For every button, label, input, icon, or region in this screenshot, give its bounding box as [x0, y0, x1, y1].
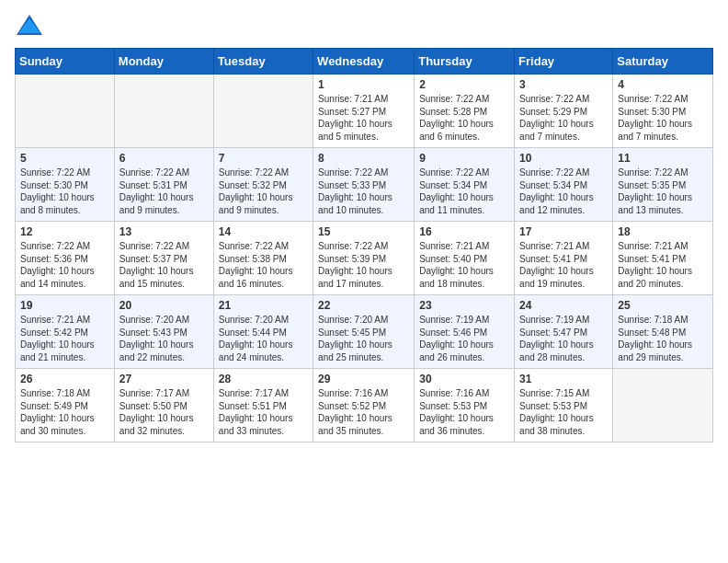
day-info: Sunrise: 7:22 AM Sunset: 5:32 PM Dayligh… [219, 167, 308, 216]
calendar-header-row: SundayMondayTuesdayWednesdayThursdayFrid… [16, 49, 713, 75]
calendar-week-row: 26Sunrise: 7:18 AM Sunset: 5:49 PM Dayli… [16, 369, 713, 442]
calendar-day-cell: 11Sunrise: 7:22 AM Sunset: 5:35 PM Dayli… [613, 148, 713, 222]
day-info: Sunrise: 7:22 AM Sunset: 5:28 PM Dayligh… [419, 93, 509, 143]
calendar-day-cell: 23Sunrise: 7:19 AM Sunset: 5:46 PM Dayli… [415, 295, 515, 369]
calendar-day-cell: 16Sunrise: 7:21 AM Sunset: 5:40 PM Dayli… [415, 222, 515, 295]
calendar-week-row: 19Sunrise: 7:21 AM Sunset: 5:42 PM Dayli… [16, 295, 713, 369]
calendar-day-cell [114, 75, 213, 148]
calendar-day-cell: 24Sunrise: 7:19 AM Sunset: 5:47 PM Dayli… [515, 295, 613, 369]
day-info: Sunrise: 7:22 AM Sunset: 5:30 PM Dayligh… [20, 167, 109, 216]
day-number: 16 [419, 225, 509, 238]
day-info: Sunrise: 7:21 AM Sunset: 5:41 PM Dayligh… [519, 240, 608, 290]
calendar-day-cell: 14Sunrise: 7:22 AM Sunset: 5:38 PM Dayli… [213, 222, 313, 295]
day-number: 14 [219, 225, 308, 238]
calendar-day-cell: 5Sunrise: 7:22 AM Sunset: 5:30 PM Daylig… [16, 148, 115, 222]
calendar-day-cell: 29Sunrise: 7:16 AM Sunset: 5:52 PM Dayli… [313, 369, 415, 442]
day-info: Sunrise: 7:21 AM Sunset: 5:42 PM Dayligh… [20, 314, 109, 363]
day-number: 30 [419, 373, 509, 385]
day-number: 8 [318, 152, 409, 165]
day-info: Sunrise: 7:22 AM Sunset: 5:34 PM Dayligh… [519, 167, 608, 216]
calendar-day-cell: 12Sunrise: 7:22 AM Sunset: 5:36 PM Dayli… [16, 222, 115, 295]
calendar-day-cell: 27Sunrise: 7:17 AM Sunset: 5:50 PM Dayli… [114, 369, 213, 442]
day-number: 6 [119, 152, 209, 165]
day-info: Sunrise: 7:18 AM Sunset: 5:48 PM Dayligh… [618, 314, 708, 363]
day-number: 24 [519, 299, 608, 312]
day-info: Sunrise: 7:19 AM Sunset: 5:46 PM Dayligh… [419, 314, 509, 363]
day-number: 13 [119, 225, 209, 238]
day-info: Sunrise: 7:20 AM Sunset: 5:43 PM Dayligh… [119, 314, 209, 363]
day-of-week-header: Friday [515, 49, 613, 75]
day-number: 4 [618, 78, 708, 91]
day-of-week-header: Thursday [415, 49, 515, 75]
day-number: 20 [119, 299, 209, 312]
day-number: 18 [618, 225, 708, 238]
calendar-day-cell: 30Sunrise: 7:16 AM Sunset: 5:53 PM Dayli… [415, 369, 515, 442]
calendar-day-cell [213, 75, 313, 148]
calendar-week-row: 5Sunrise: 7:22 AM Sunset: 5:30 PM Daylig… [16, 148, 713, 222]
calendar-day-cell [16, 75, 115, 148]
day-info: Sunrise: 7:22 AM Sunset: 5:35 PM Dayligh… [618, 167, 708, 216]
day-info: Sunrise: 7:17 AM Sunset: 5:51 PM Dayligh… [219, 387, 308, 437]
calendar-day-cell: 31Sunrise: 7:15 AM Sunset: 5:53 PM Dayli… [515, 369, 613, 442]
day-info: Sunrise: 7:16 AM Sunset: 5:52 PM Dayligh… [318, 387, 409, 437]
calendar-day-cell: 13Sunrise: 7:22 AM Sunset: 5:37 PM Dayli… [114, 222, 213, 295]
day-number: 15 [318, 225, 409, 238]
day-number: 12 [20, 225, 109, 238]
day-info: Sunrise: 7:22 AM Sunset: 5:36 PM Dayligh… [20, 240, 109, 290]
calendar-day-cell: 19Sunrise: 7:21 AM Sunset: 5:42 PM Dayli… [16, 295, 115, 369]
calendar-day-cell: 28Sunrise: 7:17 AM Sunset: 5:51 PM Dayli… [213, 369, 313, 442]
calendar-day-cell: 1Sunrise: 7:21 AM Sunset: 5:27 PM Daylig… [313, 75, 415, 148]
calendar-day-cell: 25Sunrise: 7:18 AM Sunset: 5:48 PM Dayli… [613, 295, 713, 369]
day-info: Sunrise: 7:20 AM Sunset: 5:45 PM Dayligh… [318, 314, 409, 363]
day-number: 2 [419, 78, 509, 91]
day-of-week-header: Sunday [16, 49, 115, 75]
day-number: 22 [318, 299, 409, 312]
calendar-week-row: 12Sunrise: 7:22 AM Sunset: 5:36 PM Dayli… [16, 222, 713, 295]
logo-icon [17, 15, 42, 35]
day-of-week-header: Wednesday [313, 49, 415, 75]
calendar-day-cell: 6Sunrise: 7:22 AM Sunset: 5:31 PM Daylig… [114, 148, 213, 222]
day-info: Sunrise: 7:22 AM Sunset: 5:33 PM Dayligh… [318, 167, 409, 216]
calendar-table: SundayMondayTuesdayWednesdayThursdayFrid… [15, 48, 713, 442]
calendar-week-row: 1Sunrise: 7:21 AM Sunset: 5:27 PM Daylig… [16, 75, 713, 148]
day-info: Sunrise: 7:19 AM Sunset: 5:47 PM Dayligh… [519, 314, 608, 363]
day-number: 9 [419, 152, 509, 165]
calendar-day-cell: 18Sunrise: 7:21 AM Sunset: 5:41 PM Dayli… [613, 222, 713, 295]
calendar-day-cell: 8Sunrise: 7:22 AM Sunset: 5:33 PM Daylig… [313, 148, 415, 222]
day-info: Sunrise: 7:21 AM Sunset: 5:41 PM Dayligh… [618, 240, 708, 290]
calendar-day-cell: 4Sunrise: 7:22 AM Sunset: 5:30 PM Daylig… [613, 75, 713, 148]
day-of-week-header: Saturday [613, 49, 713, 75]
logo [15, 15, 46, 39]
day-info: Sunrise: 7:22 AM Sunset: 5:37 PM Dayligh… [119, 240, 209, 290]
calendar-day-cell: 22Sunrise: 7:20 AM Sunset: 5:45 PM Dayli… [313, 295, 415, 369]
svg-marker-1 [18, 18, 40, 33]
day-number: 25 [618, 299, 708, 312]
day-number: 21 [219, 299, 308, 312]
calendar-day-cell: 26Sunrise: 7:18 AM Sunset: 5:49 PM Dayli… [16, 369, 115, 442]
calendar-day-cell [613, 369, 713, 442]
day-info: Sunrise: 7:22 AM Sunset: 5:31 PM Dayligh… [119, 167, 209, 216]
day-info: Sunrise: 7:15 AM Sunset: 5:53 PM Dayligh… [519, 387, 608, 437]
day-number: 7 [219, 152, 308, 165]
day-info: Sunrise: 7:21 AM Sunset: 5:27 PM Dayligh… [318, 93, 409, 143]
calendar-day-cell: 21Sunrise: 7:20 AM Sunset: 5:44 PM Dayli… [213, 295, 313, 369]
day-number: 10 [519, 152, 608, 165]
day-number: 26 [20, 373, 109, 385]
calendar-day-cell: 3Sunrise: 7:22 AM Sunset: 5:29 PM Daylig… [515, 75, 613, 148]
day-number: 23 [419, 299, 509, 312]
day-number: 5 [20, 152, 109, 165]
day-number: 19 [20, 299, 109, 312]
day-info: Sunrise: 7:20 AM Sunset: 5:44 PM Dayligh… [219, 314, 308, 363]
page-header [15, 15, 713, 39]
day-of-week-header: Monday [114, 49, 213, 75]
day-info: Sunrise: 7:22 AM Sunset: 5:30 PM Dayligh… [618, 93, 708, 143]
day-number: 28 [219, 373, 308, 385]
day-number: 17 [519, 225, 608, 238]
day-number: 11 [618, 152, 708, 165]
day-info: Sunrise: 7:17 AM Sunset: 5:50 PM Dayligh… [119, 387, 209, 437]
calendar-day-cell: 17Sunrise: 7:21 AM Sunset: 5:41 PM Dayli… [515, 222, 613, 295]
day-number: 3 [519, 78, 608, 91]
day-info: Sunrise: 7:22 AM Sunset: 5:29 PM Dayligh… [519, 93, 608, 143]
day-info: Sunrise: 7:22 AM Sunset: 5:39 PM Dayligh… [318, 240, 409, 290]
calendar-day-cell: 2Sunrise: 7:22 AM Sunset: 5:28 PM Daylig… [415, 75, 515, 148]
